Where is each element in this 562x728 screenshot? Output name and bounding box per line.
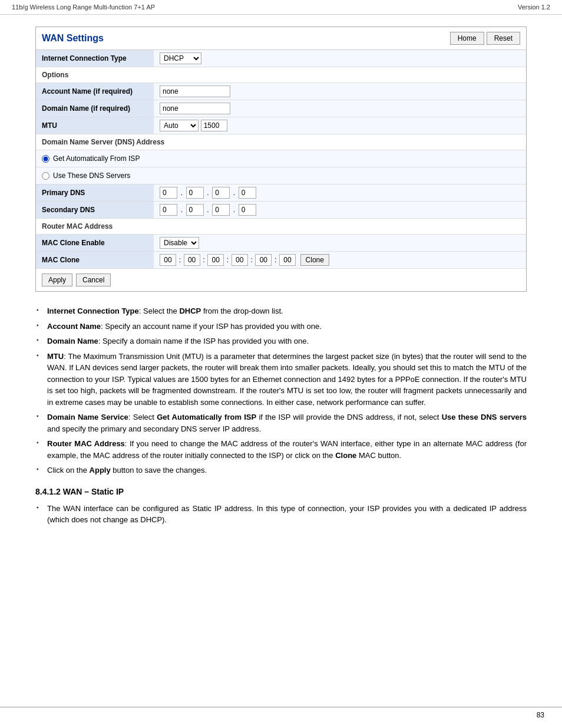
reset-button[interactable]: Reset [487,32,520,45]
primary-dns-row: Primary DNS . . . [36,185,526,202]
desc-3-text-1: : Specify a domain name if the ISP has p… [98,337,309,345]
desc-item-3: Domain Name: Specify a domain name if th… [35,334,527,349]
mac-sep-2: : [203,256,204,264]
router-mac-section-row: Router MAC Address [36,219,526,235]
desc-4-text-1: : The Maximum Transmission Unit (MTU) is… [47,352,527,407]
desc-5-text-2: if the ISP will provide the DNS address,… [256,413,442,421]
internet-connection-label: Internet Connection Type [36,50,154,67]
desc-7-bold-1: Apply [90,466,111,475]
wan-title: WAN Settings [42,33,104,44]
desc-7-text-2: button to save the changes. [111,466,207,475]
router-mac-section-label: Router MAC Address [36,219,526,235]
desc-5-bold-1: Domain Name Service [47,413,128,421]
primary-dns-label: Primary DNS [36,185,154,202]
mac-octet-3[interactable] [207,254,224,266]
mac-sep-4: : [250,256,252,264]
desc-item-5: Domain Name Service: Select Get Automati… [35,410,527,436]
page-header: 11b/g Wireless Long Range Multi-function… [0,0,562,15]
main-content: WAN Settings Home Reset Internet Connect… [0,15,562,548]
use-these-radio-row: Use These DNS Servers [42,170,520,182]
mac-sep-3: : [227,256,229,264]
dot-4: . [181,206,183,214]
page-number: 83 [537,711,544,719]
secondary-dns-value: . . . [154,202,526,219]
secondary-dns-2[interactable] [186,204,204,216]
wan-settings-panel: WAN Settings Home Reset Internet Connect… [35,27,527,292]
subsection-desc-item: The WAN interface can be configured as S… [35,501,527,528]
subsection-heading: 8.4.1.2 WAN – Static IP [35,487,527,496]
mac-clone-enable-label: MAC Clone Enable [36,235,154,252]
desc-1-text-1: : Select the [139,307,180,315]
mac-octet-2[interactable] [184,254,200,266]
mac-clone-enable-select[interactable]: Disable Enable [160,237,199,249]
get-auto-radio[interactable] [42,155,49,163]
desc-item-4: MTU: The Maximum Transmission Unit (MTU)… [35,349,527,410]
mtu-label: MTU [36,117,154,134]
desc-6-text-2: MAC button. [356,451,401,460]
action-buttons: Apply Cancel [36,269,526,291]
header-buttons: Home Reset [450,32,520,45]
options-section-row: Options [36,67,526,83]
desc-3-bold-1: Domain Name [47,337,98,345]
domain-name-row: Domain Name (if required) [36,100,526,117]
mac-sep-1: : [179,256,181,264]
dot-6: . [233,206,235,214]
use-these-cell: Use These DNS Servers [36,167,526,185]
secondary-dns-row: Secondary DNS . . . [36,202,526,219]
desc-item-6: Router MAC Address: If you need to chang… [35,436,527,463]
get-auto-cell: Get Automatically From ISP [36,150,526,167]
connection-type-select[interactable]: DHCP PPPoE Static IP [160,52,201,64]
clone-button[interactable]: Clone [300,254,329,266]
mac-octet-5[interactable] [255,254,272,266]
get-auto-row: Get Automatically From ISP [36,150,526,167]
account-name-input[interactable] [160,85,230,97]
dot-3: . [233,189,235,197]
primary-dns-value: . . . [154,185,526,202]
primary-dns-3[interactable] [212,187,230,199]
mac-octet-4[interactable] [232,254,248,266]
desc-item-2: Account Name: Specify an account name if… [35,319,527,334]
mtu-value-input[interactable] [201,120,227,131]
desc-5-text-3: and specify the primary and secondary DN… [47,424,261,433]
mtu-value: Auto Manual [154,117,526,134]
desc-5-text-1: : Select [128,413,157,421]
apply-button[interactable]: Apply [42,274,72,286]
use-these-radio[interactable] [42,172,49,180]
get-auto-radio-row: Get Automatically From ISP [42,153,520,164]
domain-name-input[interactable] [160,103,230,114]
account-name-value [154,83,526,100]
mac-clone-row: MAC Clone : : : : : Clone [36,252,526,269]
desc-1-bold-2: DHCP [179,307,201,315]
desc-1-bold-1: Internet Connection Type [47,307,139,315]
mac-clone-label: MAC Clone [36,252,154,269]
page-footer: 83 [0,707,562,719]
internet-connection-value: DHCP PPPoE Static IP [154,50,526,67]
home-button[interactable]: Home [450,32,484,45]
header-left: 11b/g Wireless Long Range Multi-function… [12,4,155,11]
desc-5-bold-3: Use these DNS servers [442,413,527,421]
secondary-dns-4[interactable] [239,204,256,216]
desc-6-bold-1: Router MAC Address [47,439,125,448]
cancel-button[interactable]: Cancel [76,274,111,286]
desc-item-1: Internet Connection Type: Select the DHC… [35,304,527,319]
desc-1-text-2: from the drop-down list. [201,307,283,315]
secondary-dns-3[interactable] [212,204,230,216]
domain-name-value [154,100,526,117]
mac-octet-1[interactable] [160,254,176,266]
mac-clone-enable-value: Disable Enable [154,235,526,252]
primary-dns-2[interactable] [186,187,204,199]
mac-clone-enable-row: MAC Clone Enable Disable Enable [36,235,526,252]
settings-table: Internet Connection Type DHCP PPPoE Stat… [36,50,526,269]
mtu-select[interactable]: Auto Manual [160,120,199,131]
header-right: Version 1.2 [518,4,550,11]
dot-1: . [181,189,183,197]
mac-clone-value: : : : : : Clone [154,252,526,269]
primary-dns-4[interactable] [239,187,256,199]
use-these-row: Use These DNS Servers [36,167,526,185]
secondary-dns-label: Secondary DNS [36,202,154,219]
secondary-dns-1[interactable] [160,204,177,216]
mac-octet-6[interactable] [279,254,296,266]
desc-2-text-1: : Specify an account name if your ISP ha… [101,322,322,331]
primary-dns-1[interactable] [160,187,177,199]
desc-4-bold-1: MTU [47,352,64,361]
